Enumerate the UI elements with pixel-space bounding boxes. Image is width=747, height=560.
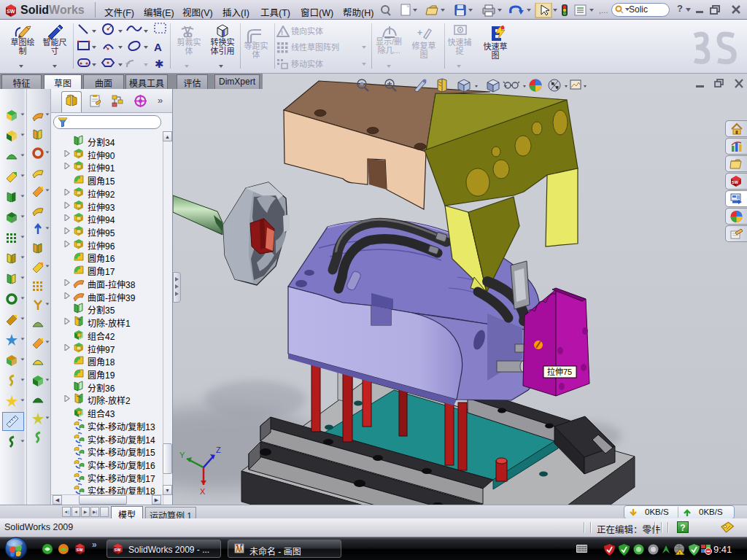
svg-text:SW: SW (7, 9, 15, 14)
svg-text:,…: ,… (599, 7, 608, 15)
svg-text:A: A (154, 41, 162, 53)
svg-text:SW: SW (115, 548, 122, 552)
svg-text:Y: Y (179, 451, 185, 459)
svg-text:X: X (200, 487, 206, 496)
svg-text:!: ! (281, 29, 283, 36)
svg-text:!: ! (678, 551, 680, 556)
svg-text:+: + (417, 28, 422, 38)
svg-text:✱: ✱ (155, 58, 164, 70)
svg-text:SW: SW (732, 180, 739, 184)
svg-text:SW: SW (77, 548, 84, 552)
svg-text:Z: Z (216, 446, 221, 454)
svg-text:拉伸75: 拉伸75 (547, 367, 572, 376)
